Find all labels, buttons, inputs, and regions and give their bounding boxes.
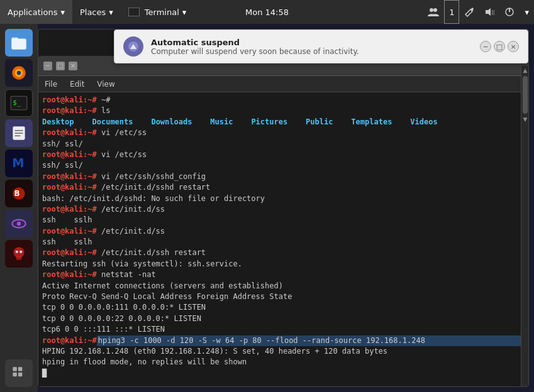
terminal-line-10: root@kali:~# /etc/init.d/ss xyxy=(42,204,525,215)
scrollbar-down-arrow[interactable]: ▼ xyxy=(521,115,529,124)
applications-arrow: ▾ xyxy=(60,8,65,17)
svg-rect-29 xyxy=(18,373,22,376)
current-command: hping3 -c 1000 -d 120 -S -w 64 -p 80 --f… xyxy=(97,335,525,346)
terminal-content[interactable]: root@kali:~# ~# root@kali:~# ls Desktop … xyxy=(38,92,528,386)
terminal-line-3: root@kali:~# vi /etc/ss xyxy=(42,128,525,138)
svg-point-10 xyxy=(17,71,21,75)
terminal-line-4: ssh/ ssl/ xyxy=(42,139,525,150)
terminal-arrow: ▾ xyxy=(182,8,187,17)
scrollbar-up-arrow[interactable]: ▲ xyxy=(521,66,529,75)
terminal-line-9: bash: /etc/init.d/sshd: No such file or … xyxy=(42,193,525,204)
svg-point-25 xyxy=(19,251,22,253)
applications-menu[interactable]: Applications ▾ xyxy=(0,0,72,24)
terminal-line-13: ssh sslh xyxy=(42,237,525,248)
scrollbar-thumb[interactable] xyxy=(523,76,528,114)
terminal-line-dirs: Desktop Documents Downloads Music Pictur… xyxy=(42,117,525,128)
terminal-line-23: hping in flood mode, no replies will be … xyxy=(42,357,525,368)
svg-point-22 xyxy=(13,247,24,258)
terminal-line-17: Active Internet connections (servers and… xyxy=(42,281,525,291)
terminal-icon-side: $_ xyxy=(9,94,28,112)
notification-title: Automatic suspend xyxy=(151,38,472,47)
people-icon xyxy=(428,6,439,18)
sidebar-icon-firefox[interactable] xyxy=(5,59,33,87)
svg-point-0 xyxy=(430,8,433,12)
svg-rect-7 xyxy=(11,37,18,40)
svg-rect-28 xyxy=(13,373,16,376)
main-area: $_ M B xyxy=(0,24,534,392)
terminal-menu-btn[interactable]: Terminal ▾ xyxy=(121,0,194,24)
workspace-number: 1 xyxy=(449,8,454,17)
notification-close-btn[interactable]: × xyxy=(508,41,519,52)
svg-text:B: B xyxy=(14,189,20,198)
window-controls: − □ × xyxy=(43,62,77,70)
svg-rect-27 xyxy=(18,367,22,371)
apps-grid-icon xyxy=(9,364,28,383)
notification-icon xyxy=(123,36,143,57)
terminal-line-7: root@kali:~# vi /etc/ssh/sshd_config xyxy=(42,172,525,182)
terminal-line-14: root@kali:~# /etc/init.d/ssh restart xyxy=(42,248,525,258)
pen-icon-btn[interactable] xyxy=(459,0,479,24)
terminal-line-15: Restarting ssh (via systemctl): ssh.serv… xyxy=(42,259,525,270)
terminal-line-1: root@kali:~# ~# xyxy=(42,95,525,106)
terminal-line-8: root@kali:~# /etc/init.d/sshd restart xyxy=(42,182,525,193)
svg-text:M: M xyxy=(12,156,24,170)
notification-minimize-btn[interactable]: − xyxy=(480,41,491,52)
skull-icon xyxy=(9,244,28,263)
svg-point-21 xyxy=(17,222,21,226)
svg-rect-6 xyxy=(11,39,26,50)
window-close-btn[interactable]: × xyxy=(69,62,77,70)
settings-arrow-btn[interactable]: ▾ xyxy=(520,0,534,24)
svg-text:$_: $_ xyxy=(13,99,21,107)
terminal-window: Automatic suspend Computer will suspend … xyxy=(38,29,529,387)
places-label: Places xyxy=(80,8,106,17)
terminal-scrollbar[interactable]: ▲ ▼ xyxy=(521,66,528,386)
terminal-line-6: ssh/ ssl/ xyxy=(42,160,525,171)
sidebar-icon-metasploit[interactable]: M xyxy=(5,150,33,177)
terminal-line-18: Proto Recv-Q Send-Q Local Address Foreig… xyxy=(42,291,525,302)
notification-body: Computer will suspend very soon because … xyxy=(151,47,472,56)
firefox-icon xyxy=(9,63,28,82)
sidebar-icon-terminal[interactable]: $_ xyxy=(5,89,33,117)
terminal-line-16: root@kali:~# netstat -nat xyxy=(42,270,525,280)
people-icon-btn[interactable] xyxy=(423,0,444,24)
terminal-edit-menu[interactable]: Edit xyxy=(64,76,91,92)
suspend-icon xyxy=(127,40,140,53)
places-menu[interactable]: Places ▾ xyxy=(72,0,121,24)
svg-point-24 xyxy=(16,251,18,253)
eye-icon-side xyxy=(9,214,28,233)
sidebar-icon-burpsuite[interactable]: B xyxy=(5,180,33,207)
applications-label: Applications xyxy=(8,8,57,17)
svg-text:)): )) xyxy=(491,10,494,16)
sidebar-icon-file-manager[interactable] xyxy=(5,29,33,57)
sidebar-icon-eye[interactable] xyxy=(5,210,33,237)
terminal-view-menu[interactable]: View xyxy=(91,76,121,92)
volume-icon-btn[interactable]: )) xyxy=(479,0,499,24)
file-manager-icon xyxy=(9,33,28,52)
terminal-line-19: tcp 0 0 0.0.0.0:111 0.0.0.0:* LISTEN xyxy=(42,302,525,313)
sidebar-icon-skull[interactable] xyxy=(5,240,33,268)
terminal-line-12: root@kali:~# /etc/init.d/ss xyxy=(42,226,525,237)
svg-marker-2 xyxy=(486,8,491,16)
terminal-line-cmd-input: root@kali:~# hping3 -c 1000 -d 120 -S -w… xyxy=(42,335,525,346)
topbar-right: 1 )) ▾ xyxy=(423,0,534,24)
terminal-line-11: ssh sslh xyxy=(42,215,525,226)
svg-rect-26 xyxy=(13,367,16,371)
svg-rect-23 xyxy=(16,256,22,259)
clock: Mon 14:58 xyxy=(245,8,289,17)
places-arrow: ▾ xyxy=(109,8,113,17)
terminal-menu-bar: File Edit View xyxy=(38,76,528,92)
window-maximize-btn[interactable]: □ xyxy=(56,62,65,70)
notes-icon xyxy=(9,124,28,143)
sidebar-icon-apps-grid[interactable] xyxy=(5,359,33,387)
terminal-line-20: tcp 0 0 0.0.0.0:22 0.0.0.0:* LISTEN xyxy=(42,313,525,324)
notification-maximize-btn[interactable]: □ xyxy=(494,41,505,52)
workspace-badge[interactable]: 1 xyxy=(444,0,459,24)
window-minimize-btn[interactable]: − xyxy=(43,62,52,70)
volume-icon: )) xyxy=(484,7,494,17)
notification-popup: Automatic suspend Computer will suspend … xyxy=(114,30,528,63)
terminal-file-menu[interactable]: File xyxy=(38,76,64,92)
terminal-icon-small xyxy=(128,8,140,16)
sidebar-icon-settings[interactable] xyxy=(5,119,33,147)
power-icon-btn[interactable] xyxy=(499,0,520,24)
terminal-label: Terminal xyxy=(145,8,179,17)
